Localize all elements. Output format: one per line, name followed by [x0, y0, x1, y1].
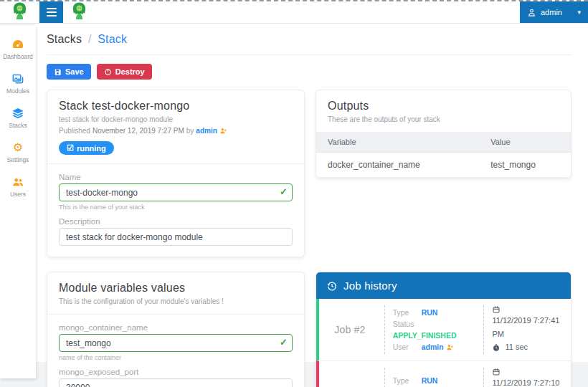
stack-card-subtitle: test stack for docker-mongo module — [59, 115, 293, 123]
user-menu-label: admin — [541, 8, 562, 16]
status-badge: ☑ running — [59, 141, 114, 155]
outputs-col-value: Value — [479, 132, 571, 153]
job-row[interactable]: Job #2 Type RUN Status APPLY_FINISHED Us… — [316, 299, 571, 360]
variable-field-group: mongo_container_name ✓ name of the conta… — [59, 323, 293, 361]
breadcrumb-parent[interactable]: Stacks — [47, 33, 82, 45]
job-type-label: Type — [393, 375, 422, 386]
status-badge-label: running — [77, 144, 106, 153]
published-line: Published November 12, 2019 7:27 PM by a… — [59, 127, 293, 135]
job-row[interactable]: Job #1 Type RUN Status PLAN_FAILED User — [316, 360, 571, 387]
sidebar-item-modules[interactable]: Modules — [0, 67, 36, 101]
breadcrumb-separator: / — [88, 33, 92, 45]
job-date: 11/12/2019 7:27:41 PM — [492, 314, 564, 340]
outputs-card-subtitle: These are the outputs of your stack — [328, 115, 559, 123]
published-date: November 12, 2019 7:27 PM — [93, 127, 184, 135]
breadcrumb-current: Stack — [98, 33, 127, 45]
layers-icon — [11, 107, 24, 120]
main-content: Stacks / Stack Save Destroy Stack test-d… — [36, 24, 588, 362]
app-logo[interactable] — [0, 1, 39, 23]
sidebar-item-stacks[interactable]: Stacks — [0, 101, 36, 135]
power-off-icon — [104, 68, 112, 76]
job-history-card: Job history Job #2 Type RUN Status APPLY… — [316, 272, 572, 387]
output-value-cell: test_mongo — [479, 153, 571, 178]
check-square-icon: ☑ — [67, 143, 74, 153]
sidebar-item-users[interactable]: Users — [0, 170, 36, 204]
job-type-value: RUN — [422, 307, 438, 318]
mongo-container-name-input[interactable] — [59, 334, 293, 352]
outputs-card-title: Outputs — [328, 100, 559, 113]
job-status-label: Status — [393, 318, 422, 330]
calendar-icon — [492, 368, 501, 376]
job-status-value: APPLY_FINISHED — [393, 330, 457, 341]
sidebar: Dashboard Modules Stacks ⚙ Settings User… — [0, 25, 36, 378]
job-type-value: RUN — [422, 375, 438, 386]
outputs-table: Variable Value docker_container_name tes… — [316, 132, 571, 178]
name-field-helper: This is the name of your stack — [59, 204, 293, 211]
check-icon: ✓ — [280, 186, 288, 197]
person-icon — [527, 8, 536, 17]
sidebar-item-dashboard[interactable]: Dashboard — [0, 32, 36, 67]
module-variables-card: Module variables values This is the conf… — [47, 272, 305, 387]
stack-card: Stack test-docker-mongo test stack for d… — [47, 90, 305, 257]
job-name: Job #2 — [323, 324, 376, 335]
sidebar-item-label: Settings — [7, 156, 29, 163]
images-icon — [11, 72, 24, 85]
stack-card-title: Stack test-docker-mongo — [59, 100, 293, 113]
history-icon — [326, 280, 338, 292]
hamburger-icon — [47, 8, 57, 9]
save-icon — [54, 68, 62, 76]
output-variable-cell: docker_container_name — [316, 153, 479, 178]
job-user-value[interactable]: admin — [422, 341, 444, 353]
outputs-card: Outputs These are the outputs of your st… — [316, 90, 572, 178]
user-menu[interactable]: admin ▾ — [520, 1, 588, 23]
sidebar-item-label: Dashboard — [3, 53, 33, 60]
table-row: docker_container_name test_mongo — [316, 153, 571, 178]
users-icon — [11, 176, 24, 188]
name-field-label: Name — [59, 173, 293, 181]
variable-helper: name of the container — [59, 354, 293, 361]
job-type-label: Type — [393, 307, 422, 318]
description-field-label: Description — [59, 217, 293, 226]
published-user-link[interactable]: admin — [196, 127, 217, 135]
save-button[interactable]: Save — [47, 64, 91, 80]
sidebar-toggle-button[interactable] — [39, 1, 63, 23]
variables-card-subtitle: This is the configuration of your module… — [59, 297, 293, 305]
gaia-mascot-icon — [71, 1, 87, 23]
outputs-col-variable: Variable — [316, 132, 479, 153]
name-input[interactable] — [59, 183, 293, 201]
stopwatch-icon — [492, 343, 501, 352]
app-logo-secondary[interactable] — [63, 1, 95, 23]
description-field-group: Description — [59, 217, 293, 246]
destroy-button[interactable]: Destroy — [97, 64, 152, 80]
user-plus-icon — [446, 343, 454, 351]
description-input[interactable] — [59, 228, 293, 246]
job-history-header: Job history — [316, 272, 571, 299]
sidebar-item-settings[interactable]: ⚙ Settings — [0, 135, 36, 170]
breadcrumb: Stacks / Stack — [47, 24, 572, 55]
gaia-mascot-icon — [11, 1, 28, 23]
top-navbar: admin ▾ — [0, 0, 588, 24]
variables-card-title: Module variables values — [59, 282, 293, 295]
sidebar-item-label: Modules — [6, 87, 29, 95]
toolbar: Save Destroy — [47, 64, 572, 80]
name-field-group: Name ✓ This is the name of your stack — [59, 173, 293, 211]
gear-icon: ⚙ — [11, 141, 24, 154]
job-history-title: Job history — [343, 280, 397, 292]
job-date: 11/12/2019 7:27:10 PM — [492, 376, 564, 387]
mongo-exposed-port-input[interactable] — [59, 378, 293, 387]
variable-label: mongo_exposed_port — [59, 368, 293, 376]
sidebar-item-label: Users — [10, 191, 26, 198]
sidebar-item-label: Stacks — [9, 122, 27, 129]
variable-field-group: mongo_exposed_port exposed port of the m… — [59, 368, 293, 387]
check-icon: ✓ — [280, 337, 288, 348]
job-user-label: User — [393, 341, 422, 353]
chevron-down-icon: ▾ — [577, 9, 581, 16]
cards-grid: Stack test-docker-mongo test stack for d… — [47, 90, 572, 387]
user-plus-icon — [219, 127, 227, 135]
variable-label: mongo_container_name — [59, 323, 293, 332]
job-duration: 11 sec — [505, 340, 528, 354]
gauge-icon — [11, 38, 24, 51]
calendar-icon — [492, 305, 501, 314]
